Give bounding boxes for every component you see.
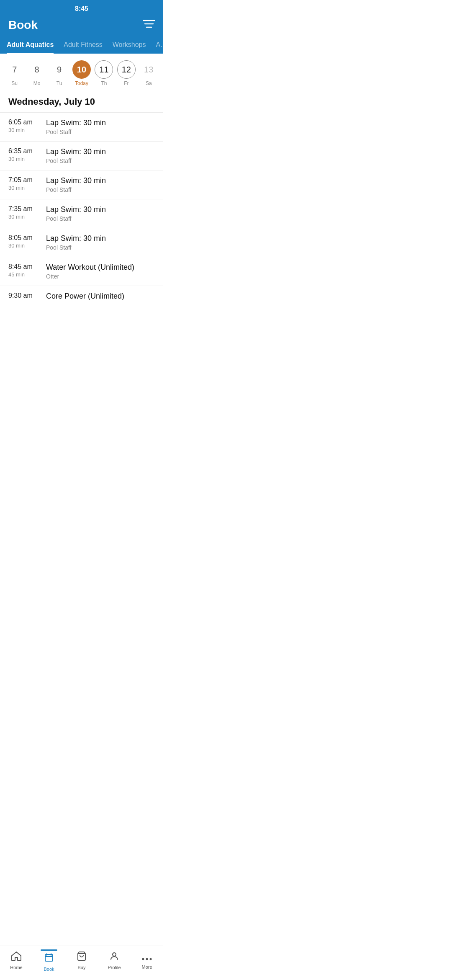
schedule-list: 6:05 am 30 min Lap Swim: 30 min Pool Sta… bbox=[0, 113, 163, 308]
date-item-10[interactable]: 10 Today bbox=[72, 60, 92, 86]
date-item-12[interactable]: 12 Fr bbox=[116, 60, 136, 86]
class-info-1: Lap Swim: 30 min Pool Staff bbox=[46, 119, 155, 135]
page-title: Book bbox=[8, 18, 38, 32]
time-duration-3: 30 min bbox=[8, 185, 46, 191]
schedule-item-7[interactable]: 9:30 am Core Power (Unlimited) bbox=[0, 286, 163, 308]
time-duration-1: 30 min bbox=[8, 127, 46, 133]
date-item-9[interactable]: 9 Tu bbox=[49, 60, 69, 86]
class-instructor-3: Pool Staff bbox=[46, 186, 155, 193]
status-bar: 8:45 bbox=[0, 0, 163, 15]
class-name-1: Lap Swim: 30 min bbox=[46, 119, 155, 127]
header: Book bbox=[0, 15, 163, 38]
date-label-12: Fr bbox=[124, 80, 128, 86]
date-label-7: Su bbox=[11, 80, 18, 86]
schedule-item-5[interactable]: 8:05 am 30 min Lap Swim: 30 min Pool Sta… bbox=[0, 228, 163, 257]
class-name-2: Lap Swim: 30 min bbox=[46, 147, 155, 156]
class-instructor-2: Pool Staff bbox=[46, 157, 155, 164]
date-label-11: Th bbox=[101, 80, 107, 86]
date-label-13: Sa bbox=[146, 80, 152, 86]
time-duration-5: 30 min bbox=[8, 242, 46, 249]
date-label-8: Mo bbox=[33, 80, 41, 86]
time-main-6: 8:45 am bbox=[8, 263, 46, 271]
time-main-2: 6:35 am bbox=[8, 147, 46, 155]
time-block-3: 7:05 am 30 min bbox=[8, 176, 46, 191]
time-block-7: 9:30 am bbox=[8, 292, 46, 300]
date-number-12: 12 bbox=[117, 60, 136, 79]
class-name-5: Lap Swim: 30 min bbox=[46, 234, 155, 243]
date-label-9: Tu bbox=[56, 80, 62, 86]
time-block-4: 7:35 am 30 min bbox=[8, 205, 46, 220]
class-instructor-6: Otter bbox=[46, 273, 155, 280]
schedule-item-3[interactable]: 7:05 am 30 min Lap Swim: 30 min Pool Sta… bbox=[0, 170, 163, 199]
tab-workshops[interactable]: Workshops bbox=[113, 38, 146, 54]
date-number-11: 11 bbox=[95, 60, 113, 79]
class-name-6: Water Workout (Unlimited) bbox=[46, 263, 155, 272]
class-info-5: Lap Swim: 30 min Pool Staff bbox=[46, 234, 155, 251]
date-number-7: 7 bbox=[5, 60, 24, 79]
time-main-7: 9:30 am bbox=[8, 292, 46, 299]
time-main-1: 6:05 am bbox=[8, 119, 46, 126]
class-info-6: Water Workout (Unlimited) Otter bbox=[46, 263, 155, 280]
schedule-item-1[interactable]: 6:05 am 30 min Lap Swim: 30 min Pool Sta… bbox=[0, 113, 163, 142]
class-info-3: Lap Swim: 30 min Pool Staff bbox=[46, 176, 155, 193]
tab-more-categories[interactable]: A... bbox=[156, 38, 163, 54]
class-info-7: Core Power (Unlimited) bbox=[46, 292, 155, 302]
schedule-item-4[interactable]: 7:35 am 30 min Lap Swim: 30 min Pool Sta… bbox=[0, 199, 163, 228]
tab-adult-aquatics[interactable]: Adult Aquatics bbox=[7, 38, 54, 54]
tab-adult-fitness[interactable]: Adult Fitness bbox=[64, 38, 102, 54]
date-item-13[interactable]: 13 Sa bbox=[139, 60, 159, 86]
filter-button[interactable] bbox=[143, 19, 155, 31]
time-main-5: 8:05 am bbox=[8, 234, 46, 242]
class-instructor-1: Pool Staff bbox=[46, 129, 155, 135]
time-block-1: 6:05 am 30 min bbox=[8, 119, 46, 133]
date-item-7[interactable]: 7 Su bbox=[5, 60, 25, 86]
date-item-8[interactable]: 8 Mo bbox=[27, 60, 47, 86]
status-time: 8:45 bbox=[75, 5, 88, 12]
class-name-4: Lap Swim: 30 min bbox=[46, 205, 155, 214]
schedule-item-6[interactable]: 8:45 am 45 min Water Workout (Unlimited)… bbox=[0, 257, 163, 286]
time-block-2: 6:35 am 30 min bbox=[8, 147, 46, 162]
date-number-13: 13 bbox=[139, 60, 158, 79]
date-label-10: Today bbox=[75, 80, 88, 86]
class-name-3: Lap Swim: 30 min bbox=[46, 176, 155, 185]
class-info-2: Lap Swim: 30 min Pool Staff bbox=[46, 147, 155, 164]
time-duration-2: 30 min bbox=[8, 156, 46, 162]
time-duration-6: 45 min bbox=[8, 271, 46, 278]
date-item-11[interactable]: 11 Th bbox=[94, 60, 114, 86]
date-number-8: 8 bbox=[28, 60, 46, 79]
date-number-9: 9 bbox=[50, 60, 69, 79]
category-tabs: Adult Aquatics Adult Fitness Workshops A… bbox=[0, 38, 163, 54]
class-instructor-5: Pool Staff bbox=[46, 244, 155, 251]
time-duration-4: 30 min bbox=[8, 214, 46, 220]
time-main-4: 7:35 am bbox=[8, 205, 46, 213]
date-picker: 7 Su 8 Mo 9 Tu 10 Today 11 Th 12 Fr 13 S… bbox=[0, 54, 163, 93]
time-block-6: 8:45 am 45 min bbox=[8, 263, 46, 278]
schedule-item-2[interactable]: 6:35 am 30 min Lap Swim: 30 min Pool Sta… bbox=[0, 142, 163, 170]
time-main-3: 7:05 am bbox=[8, 176, 46, 184]
day-heading: Wednesday, July 10 bbox=[0, 93, 163, 113]
time-block-5: 8:05 am 30 min bbox=[8, 234, 46, 249]
class-info-4: Lap Swim: 30 min Pool Staff bbox=[46, 205, 155, 222]
class-instructor-4: Pool Staff bbox=[46, 215, 155, 222]
class-name-7: Core Power (Unlimited) bbox=[46, 292, 155, 301]
date-number-10: 10 bbox=[72, 60, 91, 79]
